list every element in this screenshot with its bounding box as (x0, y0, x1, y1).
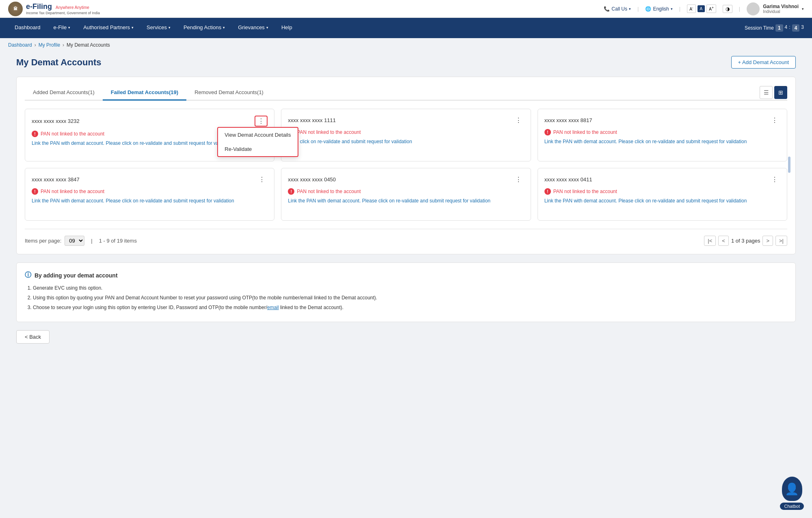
error-badge-2: ! PAN not linked to the account (288, 129, 524, 135)
grievances-chevron: ▾ (266, 26, 268, 30)
error-icon-1: ! (32, 131, 38, 137)
list-view-btn[interactable]: ☰ (760, 86, 773, 99)
demat-acct-num-1: xxxx xxxx xxxx 3232 (32, 118, 80, 124)
demat-card-6: xxxx xxxx xxxx 0411 ⋮ ! PAN not linked t… (538, 168, 787, 221)
info-icon: ⓘ (25, 271, 31, 279)
demat-acct-num-6: xxxx xxxx xxxx 0411 (544, 176, 592, 183)
error-badge-4: ! PAN not linked to the account (32, 188, 268, 195)
demat-acct-num-4: xxxx xxxx xxxx 3847 (32, 176, 80, 183)
dept-label: Income Tax Department, Government of Ind… (26, 11, 100, 15)
demat-card-2-header: xxxx xxxx xxxx 1111 ⋮ (288, 116, 524, 125)
divider-1: | (637, 6, 639, 12)
three-dot-menu-4[interactable]: ⋮ (256, 175, 268, 184)
tab-failed[interactable]: Failed Demat Accounts(19) (103, 85, 186, 101)
add-demat-account-button[interactable]: + Add Demat Account (731, 56, 796, 69)
demat-card-1-header: xxxx xxxx xxxx 3232 ⋮ (32, 116, 268, 127)
scroll-hint (788, 157, 790, 173)
pagination-row: Items per page: 09 18 27 | 1 - 9 of 19 i… (25, 229, 787, 246)
items-per-page-label: Items per page: (25, 238, 61, 244)
demat-card-5: xxxx xxxx xxxx 0450 ⋮ ! PAN not linked t… (281, 168, 531, 221)
three-dot-menu-2[interactable]: ⋮ (513, 116, 524, 125)
language-link[interactable]: 🌐 English ▾ (645, 6, 672, 12)
error-text-2: PAN not linked to the account (297, 129, 361, 135)
error-text-1: PAN not linked to the account (41, 131, 104, 137)
font-small-btn[interactable]: A- (687, 4, 695, 13)
error-badge-5: ! PAN not linked to the account (288, 188, 524, 195)
three-dot-menu-3[interactable]: ⋮ (769, 116, 780, 125)
page-prev-btn[interactable]: < (718, 236, 729, 246)
info-title-text: By adding your demat account (35, 272, 118, 279)
services-chevron: ▾ (168, 26, 171, 30)
session-time: Session Time 1 4 : 4 3 (745, 24, 804, 32)
demat-card-5-header: xxxx xxxx xxxx 0450 ⋮ (288, 175, 524, 184)
info-box: ⓘ By adding your demat account Generate … (16, 262, 796, 322)
three-dot-menu-1[interactable]: ⋮ (255, 116, 268, 127)
nav-dashboard[interactable]: Dashboard (8, 18, 47, 38)
demat-dropdown-menu: View Demat Account Details Re-Validate (217, 127, 298, 157)
breadcrumb-myprofile[interactable]: My Profile (39, 42, 60, 48)
efile-chevron: ▾ (68, 26, 70, 30)
items-per-page: Items per page: 09 18 27 (25, 236, 84, 246)
breadcrumb-current: My Demat Accounts (67, 42, 110, 48)
user-info: Garima Vishnoi Individual (763, 4, 799, 14)
demat-accounts-container: Added Demat Accounts(1) Failed Demat Acc… (16, 77, 796, 254)
error-icon-5: ! (288, 188, 294, 195)
user-area: Garima Vishnoi Individual ▾ (747, 2, 804, 15)
dropdown-view-details[interactable]: View Demat Account Details (218, 128, 298, 142)
three-dot-menu-5[interactable]: ⋮ (513, 175, 524, 184)
session-digits: 1 4 : 4 3 (775, 24, 804, 32)
error-text-5: PAN not linked to the account (297, 189, 361, 194)
nav-pending-actions[interactable]: Pending Actions ▾ (177, 18, 231, 38)
nav-services[interactable]: Services ▾ (140, 18, 177, 38)
demat-desc-5: Link the PAN with demat account. Please … (288, 197, 524, 204)
email-link[interactable]: email (267, 305, 279, 310)
font-medium-btn[interactable]: A (698, 5, 705, 12)
back-button[interactable]: < Back (16, 330, 50, 344)
demat-card-6-header: xxxx xxxx xxxx 0411 ⋮ (544, 175, 780, 184)
efiling-filing: Filing (32, 2, 52, 11)
top-bar: 🏛 e-Filing Anywhere Anytime Income Tax D… (0, 0, 812, 18)
breadcrumb-sep-2: › (63, 42, 64, 48)
logo-area: 🏛 e-Filing Anywhere Anytime Income Tax D… (8, 2, 100, 16)
three-dot-menu-6[interactable]: ⋮ (769, 175, 780, 184)
tab-removed[interactable]: Removed Demat Accounts(1) (186, 85, 272, 101)
font-large-btn[interactable]: A+ (706, 4, 716, 13)
dropdown-revalidate[interactable]: Re-Validate (218, 142, 298, 156)
pending-chevron: ▾ (223, 26, 225, 30)
nav-efile[interactable]: e-File ▾ (47, 18, 77, 38)
page-nav: |< < 1 of 3 pages > >| (704, 236, 787, 246)
divider-2: | (679, 6, 680, 12)
user-name: Garima Vishnoi (763, 4, 799, 9)
grid-view-btn[interactable]: ⊞ (774, 86, 787, 99)
nav-help[interactable]: Help (275, 18, 299, 38)
page-header: My Demat Accounts + Add Demat Account (16, 56, 796, 69)
page-last-btn[interactable]: >| (775, 236, 787, 246)
page-next-btn[interactable]: > (762, 236, 773, 246)
demat-card-2: xxxx xxxx xxxx 1111 ⋮ ! PAN not linked t… (281, 109, 531, 161)
nav-grievances[interactable]: Grievances ▾ (231, 18, 275, 38)
error-badge-6: ! PAN not linked to the account (544, 188, 780, 195)
efiling-e: e- (26, 2, 32, 11)
page-first-btn[interactable]: |< (704, 236, 716, 246)
view-toggle: ☰ ⊞ (760, 86, 787, 99)
breadcrumb-sep-1: › (35, 42, 36, 48)
demat-card-4-header: xxxx xxxx xxxx 3847 ⋮ (32, 175, 268, 184)
phone-icon: 📞 (604, 6, 610, 12)
tagline: Anywhere Anytime (56, 5, 89, 10)
nav-authorised-partners[interactable]: Authorised Partners ▾ (77, 18, 140, 38)
demat-desc-3: Link the PAN with demat account. Please … (544, 138, 780, 145)
contrast-btn[interactable]: ◑ (723, 5, 732, 13)
main-content: My Demat Accounts + Add Demat Account Ad… (0, 52, 812, 356)
user-chevron[interactable]: ▾ (802, 7, 804, 11)
demat-desc-2: ease click on re-validate and submit req… (288, 138, 524, 145)
breadcrumb-dashboard[interactable]: Dashboard (8, 42, 32, 48)
error-icon-3: ! (544, 129, 551, 135)
info-point-2: Using this option by quoting your PAN an… (33, 294, 787, 301)
tab-added[interactable]: Added Demat Accounts(1) (25, 85, 103, 101)
demat-acct-num-5: xxxx xxxx xxxx 0450 (288, 176, 336, 183)
divider-3: | (739, 6, 740, 12)
items-per-page-select[interactable]: 09 18 27 (65, 236, 84, 246)
call-us-link[interactable]: 📞 Call Us ▾ (604, 6, 631, 12)
efiling-brand: e-Filing Anywhere Anytime (26, 2, 100, 11)
items-count: | (91, 238, 92, 244)
